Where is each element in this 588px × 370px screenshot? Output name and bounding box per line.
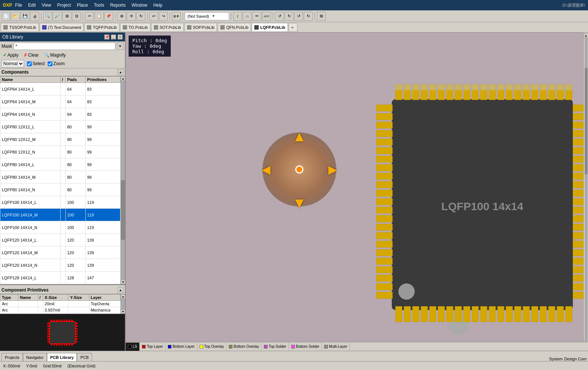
not-saved-dropdown[interactable]: (Not Saved) ▼: [185, 12, 229, 20]
apply-btn[interactable]: ✓ Apply: [1, 52, 20, 58]
select-checkbox[interactable]: [27, 61, 32, 66]
pcb-canvas[interactable]: Pitch : 0deg Yaw : 0deg Roll : 0deg ▲ ▼ …: [126, 33, 588, 351]
col-name[interactable]: Name: [0, 77, 61, 83]
col-slash[interactable]: /: [60, 77, 65, 83]
table-row[interactable]: LQFP80 14X14_N 80 99: [0, 184, 120, 196]
zoom-in-btn[interactable]: 🔎: [53, 12, 62, 21]
col-pads[interactable]: Pads: [65, 77, 85, 83]
tab-sot[interactable]: SOT.PcbLib: [151, 23, 184, 32]
layer-tab-multilayer[interactable]: Multi-Layer: [322, 343, 350, 351]
table-row[interactable]: LQFP64 14X14_M 64 83: [0, 95, 120, 108]
layer-tab-top[interactable]: Top Layer: [140, 343, 166, 351]
tab-lqfp[interactable]: LQFP.PcbLib: [252, 23, 288, 32]
v-scroll-up[interactable]: ▲: [584, 33, 588, 38]
layer-tab-bottom[interactable]: Bottom Layer: [166, 343, 197, 351]
btab-pcb[interactable]: PCB: [77, 353, 92, 361]
nav-up-arrow[interactable]: ▲: [292, 129, 307, 144]
table-row[interactable]: LQFP100 14X14_M 100 119: [0, 209, 120, 221]
table-row[interactable]: LQFP120 14X14_L 120 139: [0, 234, 120, 246]
col-primitives[interactable]: Primitives: [85, 77, 120, 83]
menu-tools[interactable]: Tools: [94, 3, 104, 8]
table-row[interactable]: LQFP80 12X12_L 80 99: [0, 121, 120, 133]
menu-view[interactable]: View: [42, 3, 51, 8]
normal-select[interactable]: Normal: [1, 60, 24, 67]
table-row[interactable]: LQFP80 14X14_M 80 99: [0, 171, 120, 184]
comp-scroll-thumb[interactable]: [121, 180, 125, 240]
pcb-viewport[interactable]: Pitch : 0deg Yaw : 0deg Roll : 0deg ▲ ▼ …: [126, 33, 588, 351]
table-row[interactable]: LQFP64 14X14_L 64 83: [0, 83, 120, 95]
nav-right-arrow[interactable]: ►: [325, 162, 340, 177]
layer-tab-topoverlay[interactable]: Top Overlay: [197, 343, 227, 351]
layer-tab-topsolder[interactable]: Top Solder: [262, 343, 289, 351]
mask-input[interactable]: [14, 43, 115, 50]
select-check[interactable]: Select: [27, 61, 45, 66]
redo3-btn[interactable]: ↻: [304, 12, 313, 21]
prim-col-type[interactable]: Type: [0, 295, 18, 301]
nav-down-arrow[interactable]: ▼: [292, 195, 307, 210]
primitives-table-container[interactable]: Type Name / X-Size Y-Size Layer Arc 20mi…: [0, 294, 125, 314]
rotate-btn[interactable]: ↻: [136, 12, 145, 21]
nav-left-arrow[interactable]: ◄: [259, 162, 273, 177]
grid-btn[interactable]: ⊞▼: [172, 12, 181, 21]
btab-navigator[interactable]: Navigator: [23, 353, 47, 361]
tab-tssop[interactable]: TSSOP.PcbLib: [1, 23, 39, 32]
zoom-checkbox[interactable]: [48, 61, 52, 66]
prim-scroll-up-btn[interactable]: ▲: [121, 294, 125, 299]
tab-plus[interactable]: +: [289, 23, 298, 32]
prim-col-ysize[interactable]: Y-Size: [68, 295, 89, 301]
cb-close-btn[interactable]: ×: [118, 34, 123, 40]
undo-btn[interactable]: ↩: [149, 12, 158, 21]
magnify-btn[interactable]: 🔍 Magnify: [43, 52, 67, 58]
table-row[interactable]: LQFP120 14X14_M 120 139: [0, 246, 120, 259]
comp-scroll-up-btn[interactable]: ▲: [121, 76, 125, 81]
line-btn[interactable]: /: [233, 12, 242, 21]
table-row[interactable]: LQFP80 14X14_L 80 99: [0, 158, 120, 171]
zoom-fit-btn[interactable]: ⊞: [62, 12, 71, 21]
zoom-sel-btn[interactable]: ⊟: [72, 12, 81, 21]
table-row[interactable]: LQFP80 12X12_M 80 99: [0, 133, 120, 146]
grid2-btn[interactable]: ⊞: [317, 12, 326, 21]
tab-sop[interactable]: SOP.PcbLib: [184, 23, 217, 32]
prim-col-xsize[interactable]: X-Size: [43, 295, 68, 301]
zoom-check[interactable]: Zoom: [48, 61, 65, 66]
move-btn[interactable]: ✛: [127, 12, 136, 21]
redo-btn[interactable]: ↪: [159, 12, 168, 21]
new-btn[interactable]: 📄: [1, 12, 10, 21]
menu-file[interactable]: File: [15, 3, 22, 8]
menu-window[interactable]: Window: [132, 3, 147, 8]
prim-vscrollbar[interactable]: ▲ ▼: [120, 294, 125, 314]
mask-dropdown-btn[interactable]: ▼: [117, 43, 123, 50]
pencil-btn[interactable]: ✏: [252, 12, 261, 21]
prim-scroll-down-btn[interactable]: ▼: [121, 309, 125, 314]
prim-col-slash[interactable]: /: [38, 295, 43, 301]
tab-to[interactable]: TO.PcbLib: [120, 23, 150, 32]
cut-btn[interactable]: ✂: [85, 12, 94, 21]
components-table-container[interactable]: Name / Pads Primitives LQFP64 14X14_L 64…: [0, 76, 125, 284]
zoom-out-btn[interactable]: 🔍: [43, 12, 52, 21]
print-btn[interactable]: 🖨: [30, 12, 39, 21]
text-btn[interactable]: A10: [262, 12, 271, 21]
tab-tqfp[interactable]: TQFP.PcbLib: [84, 23, 119, 32]
paste-btn[interactable]: 📌: [104, 12, 113, 21]
v-scroll-thumb[interactable]: [585, 68, 588, 174]
menu-reports[interactable]: Reports: [110, 3, 126, 8]
comp-scroll-down-btn[interactable]: ▼: [121, 280, 125, 284]
v-scrollbar[interactable]: ▲ ▼: [584, 33, 588, 346]
cb-min-btn[interactable]: _: [111, 34, 116, 40]
menu-edit[interactable]: Edit: [28, 3, 36, 8]
table-row[interactable]: LQFP120 14X14_N 120 139: [0, 259, 120, 272]
clear-btn[interactable]: ✗ Clear: [22, 52, 40, 58]
layer-tab-bottomoverlay[interactable]: Bottom Overlay: [227, 343, 262, 351]
table-row[interactable]: Arc 20mil TopOverla: [0, 301, 120, 307]
table-row[interactable]: LQFP64 14X14_N 64 83: [0, 108, 120, 121]
btab-projects[interactable]: Projects: [1, 353, 23, 361]
table-row[interactable]: LQFP80 12X12_N 80 99: [0, 146, 120, 158]
layer-tab-ls[interactable]: LS: [126, 343, 140, 351]
table-row[interactable]: LQFP100 14X14_N 100 119: [0, 221, 120, 234]
save-btn[interactable]: 💾: [21, 12, 30, 21]
open-btn[interactable]: 📂: [11, 12, 20, 21]
undo3-btn[interactable]: ↺: [294, 12, 303, 21]
prim-col-layer[interactable]: Layer: [89, 295, 120, 301]
arc-btn[interactable]: ∩: [243, 12, 252, 21]
prim-col-name[interactable]: Name: [18, 295, 38, 301]
